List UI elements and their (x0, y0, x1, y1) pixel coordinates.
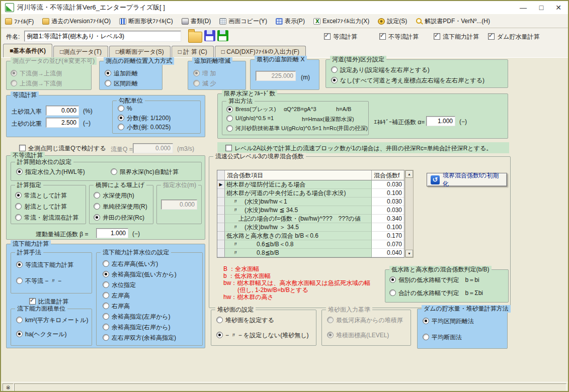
radio-u-gh[interactable]: U/(gh/α)^0.5 =1 (226, 115, 274, 122)
table-row[interactable]: 上記の場合のf=係数・(bw/hw)^??? ???の値 (225, 215, 372, 223)
radio-km2[interactable]: km²(平方キロメートル) (16, 316, 88, 325)
radio-division-set[interactable]: 設定あり(設定端を左右岸とする) (331, 66, 430, 74)
row-marker[interactable] (217, 223, 225, 232)
table-cell-f[interactable]: 0.170 (372, 232, 404, 240)
radio-slope-percent[interactable]: % (118, 105, 132, 112)
check-capacity[interactable]: 流下能力計算 (434, 33, 479, 41)
menu-version-files[interactable]: 過去のVersionﾌｧｲﾙ(O) (42, 17, 111, 26)
first-distance-input[interactable] (256, 71, 296, 81)
radio-specified-wl[interactable]: 指定水位入力(HWL等) (16, 168, 85, 176)
close-button[interactable]: ✕ (550, 1, 567, 14)
scroll-down-icon[interactable]: ▼ (405, 250, 413, 257)
table-row[interactable]: 〃 (水没)bw/hw ≦ 34.5 (225, 206, 372, 215)
radio-ha[interactable]: ha(ヘクタール) (16, 330, 66, 339)
open-file-icon[interactable] (188, 32, 202, 43)
radio-sediment-set[interactable]: 堆砂面を設定する (216, 316, 274, 325)
tab-calculation[interactable]: □ 計 算 (C) (172, 46, 214, 57)
radio-depth-h[interactable]: 水深使用(h) (94, 191, 134, 200)
row-marker[interactable] (217, 189, 225, 198)
radio-freeboard-lower[interactable]: 余裕高指定(低い方から) (103, 270, 177, 279)
radio-supercritical[interactable]: 射流として計算 (15, 203, 67, 211)
radio-bress[interactable]: Bress(ブレッス) (226, 106, 276, 113)
row-marker[interactable]: ▶ (217, 180, 225, 189)
radio-critical-auto[interactable]: 限界水深(hc)自動計算 (111, 168, 179, 176)
save-green-icon[interactable] (217, 30, 228, 41)
table-cell-f[interactable]: 0.100 (372, 189, 404, 198)
tab-station-data[interactable]: □測点データ(T) (53, 46, 108, 57)
radio-uniform-capacity[interactable]: 等流流下能力計算 (16, 261, 73, 269)
specified-wl-input[interactable] (161, 200, 197, 210)
menu-section-files[interactable]: 断面形状ﾌｧｲﾙ(C) (119, 17, 173, 26)
radio-total-width[interactable]: 合計の低水路幅で判定 b＝Σbi (389, 289, 483, 298)
menu-settings[interactable]: 設定(S) (378, 17, 407, 26)
table-cell-f[interactable]: 0.030 (372, 180, 404, 189)
menu-file[interactable]: ﾌｧｲﾙ(F) (5, 18, 34, 25)
maximize-button[interactable]: □ (533, 1, 550, 14)
check-level2a[interactable]: レベル2A以外で計算上の流速ブロック数が1の場合は、井田の径深Rc=単純合計径深… (225, 144, 492, 153)
menu-help-pdf[interactable]: 解説書PDF・VerNº...(H) (416, 17, 490, 26)
radio-division-none[interactable]: なし(すべて河道と考え座標点左右端を左右岸とする) (331, 76, 484, 85)
check-nonuniform-flow[interactable]: 不等流計算 (379, 33, 419, 41)
init-mixing-coef-button[interactable]: ↺ 境界混合係数fの初期化 (427, 173, 507, 186)
radio-right-bank[interactable]: 右岸高 (103, 302, 130, 311)
tab-basic-conditions[interactable]: ■基本条件(K) (3, 44, 52, 57)
level2a-note-strip: レベル2A以外で計算上の流速ブロック数が1の場合は、井田の径深Rc=単純合計径深… (217, 142, 509, 153)
table-cell-f[interactable]: 0.030 (372, 198, 404, 206)
table-row[interactable]: 〃 0.8≦b/B (225, 249, 372, 257)
row-marker[interactable] (217, 206, 225, 215)
row-marker[interactable] (217, 249, 225, 257)
table-cell-f[interactable]: 0.340 (372, 215, 404, 223)
save-blue-icon[interactable] (204, 30, 215, 41)
subject-input[interactable] (24, 31, 181, 42)
row-marker[interactable] (217, 240, 225, 249)
radio-individual-width[interactable]: 個別の低水路幅で判定 b＝bi (389, 276, 479, 284)
check-uniform-flow[interactable]: 等流計算 (324, 33, 357, 41)
radio-both-banks[interactable]: 左右岸双方(余裕高指定) (103, 334, 176, 342)
radio-freeboard-right[interactable]: 余裕高指定(右岸から) (103, 323, 171, 332)
radio-sabo-standard[interactable]: 河川砂防技術基準 U/(gRc/α)^0.5=1 h=Rc(井田の径深) (226, 125, 368, 132)
row-marker[interactable] (217, 198, 225, 206)
table-scrollbar[interactable]: ▲ ▼ (405, 170, 414, 258)
row-marker[interactable] (217, 215, 225, 223)
table-row[interactable]: 〃 0.6≦b/B＜0.8 (225, 240, 372, 249)
table-row[interactable]: 樹木群が堤防付近にある場合 (225, 180, 372, 189)
radio-sediment-none[interactable]: − 〃 − を設定しない(堆砂無し) (216, 331, 308, 340)
table-cell-f[interactable]: 0.040 (372, 249, 404, 257)
minimize-button[interactable]: — (515, 1, 532, 14)
radio-nonuniform-capacity[interactable]: 不等流 − 〃 − (16, 277, 61, 285)
q-input[interactable] (133, 143, 173, 153)
row-marker[interactable] (217, 232, 225, 240)
sediment-sg-input[interactable] (46, 118, 79, 128)
radio-freeboard-left[interactable]: 余裕高指定(左岸から) (103, 313, 171, 321)
table-row[interactable]: 低水路と高水敷きの混合 b/B＜0.6 (225, 232, 372, 240)
radio-slope-fraction[interactable]: 分数(例: 1/1200) (118, 114, 171, 123)
table-cell-f[interactable]: 0.030 (372, 206, 404, 215)
radio-bank-lower[interactable]: 左右岸高(低い方) (103, 260, 158, 268)
momentum-input[interactable] (96, 228, 128, 238)
table-row[interactable]: 〃 (水没)bw/hw ＞ 34.5 (225, 223, 372, 232)
table-row[interactable]: 〃 (水没)bw/hw＜1 (225, 198, 372, 206)
radio-mixed-flow[interactable]: 常流・射流混在計算 (15, 214, 78, 222)
radio-left-bank[interactable]: 左岸高 (103, 291, 130, 300)
sediment-rate-input[interactable] (46, 106, 79, 116)
table-cell-f[interactable]: 0.100 (372, 223, 404, 232)
radio-subcritical[interactable]: 常流として計算 (15, 191, 67, 200)
radio-additional-distance[interactable]: 追加距離 (105, 69, 138, 78)
radio-ida-rc[interactable]: 井田の径深(Rc) (94, 214, 144, 222)
radio-wl-specified[interactable]: 水位指定 (103, 281, 136, 289)
menu-view[interactable]: 表示(P) (276, 17, 305, 26)
tab-cross-section-data[interactable]: □横断面データ(S) (109, 46, 171, 57)
scroll-up-icon[interactable]: ▲ (405, 170, 413, 178)
menu-excel-export[interactable]: Excelﾌｧｲﾙ出力(X) (313, 17, 369, 26)
table-row[interactable]: 樹木群が河道の中央付近にある場合(非水没) (225, 189, 372, 198)
energy-coef-input[interactable] (426, 116, 455, 126)
radio-avg-interval[interactable]: 平均区間距離法 (423, 317, 474, 326)
radio-simple-r[interactable]: 単純径深使用(R) (94, 203, 147, 211)
radio-avg-section[interactable]: 平均断面法 (423, 333, 462, 342)
menu-screen-copy[interactable]: 画面コピー(Y) (219, 17, 267, 26)
check-dam-storage[interactable]: ダム貯水量計算 (488, 33, 540, 41)
menu-documents[interactable]: 書類(D) (182, 17, 211, 26)
table-cell-f[interactable]: 0.070 (372, 240, 404, 249)
radio-slope-decimal[interactable]: 小数(例: 0.0025) (118, 123, 171, 132)
radio-interval-distance[interactable]: 区間距離 (105, 79, 138, 88)
